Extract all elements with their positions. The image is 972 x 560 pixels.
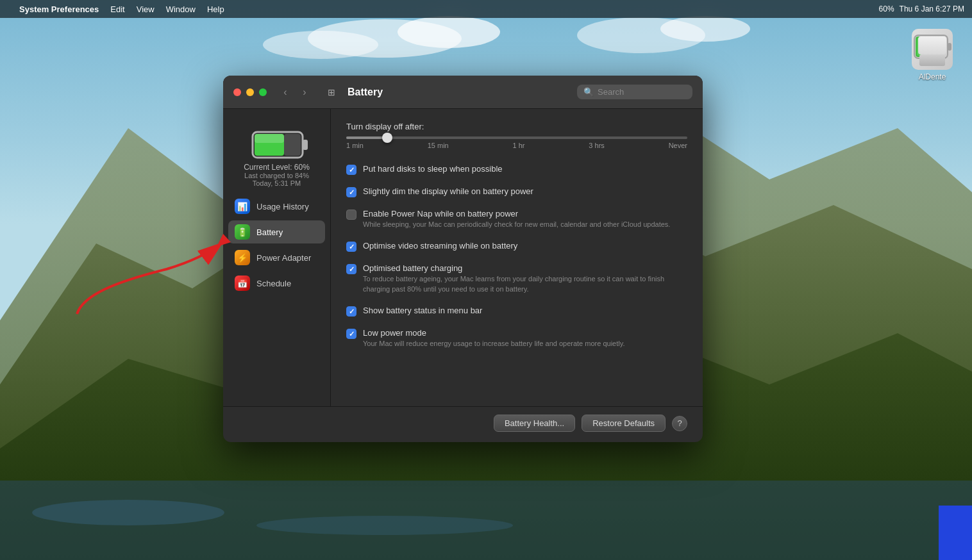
low-power-label: Low power mode — [363, 328, 687, 338]
checkbox-row-dim-display: Slightly dim the display while on batter… — [346, 185, 687, 199]
svg-point-10 — [32, 500, 224, 525]
menubar-left: System Preferences Edit View Window Help — [8, 4, 224, 14]
menu-edit[interactable]: Edit — [110, 4, 124, 14]
forward-button[interactable]: › — [296, 84, 313, 101]
slider-label-1min: 1 min — [346, 142, 364, 149]
svg-point-3 — [263, 31, 378, 59]
checkbox-power-nap[interactable] — [346, 210, 356, 220]
display-timeout-section: Turn display off after: 1 min 15 min 1 h… — [346, 122, 687, 149]
checkbox-hard-disks[interactable] — [346, 165, 356, 175]
svg-point-11 — [256, 516, 513, 535]
checkbox-row-low-power: Low power mode Your Mac will reduce ener… — [346, 326, 687, 350]
menu-view[interactable]: View — [137, 4, 155, 14]
menu-bar-label: Show battery status in menu bar — [363, 306, 687, 315]
checkbox-video-streaming[interactable] — [346, 242, 356, 252]
grid-view-button[interactable]: ⊞ — [323, 84, 340, 101]
checkbox-row-power-nap: Enable Power Nap while on battery power … — [346, 207, 687, 231]
hard-disks-label: Put hard disks to sleep when possible — [363, 164, 687, 174]
battery-health-button[interactable]: Battery Health... — [494, 415, 575, 432]
schedule-label: Schedule — [256, 279, 291, 288]
checkbox-optimised-charging[interactable] — [346, 264, 356, 274]
window-body: Current Level: 60% Last charged to 84% T… — [223, 109, 703, 406]
titlebar: ‹ › ⊞ Battery 🔍 — [223, 76, 703, 109]
power-nap-label: Enable Power Nap while on battery power — [363, 209, 687, 218]
search-icon: 🔍 — [583, 87, 594, 97]
checkbox-row-hard-disks: Put hard disks to sleep when possible — [346, 162, 687, 177]
checkbox-dim-display[interactable] — [346, 187, 356, 197]
low-power-sublabel: Your Mac will reduce energy usage to inc… — [363, 339, 687, 349]
battery-level: Current Level: 60% — [244, 163, 310, 172]
aldente-icon-svg — [912, 29, 953, 70]
nav-arrows: ‹ › — [277, 84, 313, 101]
menubar: System Preferences Edit View Window Help… — [0, 0, 972, 18]
slider-labels: 1 min 15 min 1 hr 3 hrs Never — [346, 142, 687, 149]
menubar-datetime: Thu 6 Jan 6:27 PM — [900, 4, 964, 13]
menubar-battery: 60% — [879, 4, 894, 13]
desktop-icon-aldente[interactable]: AlDente — [912, 29, 953, 81]
optimised-charging-sublabel: To reduce battery ageing, your Mac learn… — [363, 274, 687, 294]
battery-info: Current Level: 60% Last charged to 84% T… — [244, 163, 310, 187]
sidebar-item-power-adapter[interactable]: ⚡ Power Adapter — [228, 246, 325, 269]
desktop: System Preferences Edit View Window Help… — [0, 0, 972, 560]
slider-label-never: Never — [669, 142, 687, 149]
battery-icon-area: Current Level: 60% Last charged to 84% T… — [228, 119, 325, 192]
menu-help[interactable]: Help — [207, 4, 224, 14]
hard-disks-text: Put hard disks to sleep when possible — [363, 164, 687, 174]
checkbox-row-video-streaming: Optimise video streaming while on batter… — [346, 239, 687, 254]
slider-thumb[interactable] — [382, 133, 392, 143]
menu-bar-text: Show battery status in menu bar — [363, 306, 687, 315]
schedule-icon: 📅 — [235, 276, 250, 291]
svg-rect-20 — [284, 134, 301, 156]
system-preferences-window: ‹ › ⊞ Battery 🔍 — [223, 76, 703, 442]
svg-rect-12 — [914, 35, 948, 58]
close-button[interactable] — [233, 88, 241, 96]
search-input[interactable] — [598, 87, 686, 97]
power-adapter-label: Power Adapter — [256, 253, 311, 263]
minimize-button[interactable] — [246, 88, 254, 96]
sidebar-item-usage-history[interactable]: 📊 Usage History — [228, 195, 325, 218]
battery-icon-svg — [251, 129, 309, 160]
window-title: Battery — [348, 86, 569, 98]
battery-charged: Last charged to 84% — [244, 172, 310, 179]
menu-window[interactable]: Window — [166, 4, 196, 14]
slider-track — [346, 136, 687, 139]
dim-display-text: Slightly dim the display while on batter… — [363, 186, 687, 196]
power-nap-sublabel: While sleeping, your Mac can periodicall… — [363, 220, 687, 229]
low-power-text: Low power mode Your Mac will reduce ener… — [363, 328, 687, 349]
back-button[interactable]: ‹ — [277, 84, 294, 101]
blue-corner-element — [939, 506, 972, 560]
video-streaming-label: Optimise video streaming while on batter… — [363, 241, 687, 251]
video-streaming-text: Optimise video streaming while on batter… — [363, 241, 687, 251]
maximize-button[interactable] — [259, 88, 267, 96]
help-button[interactable]: ? — [672, 416, 687, 431]
slider-label-15min: 15 min — [428, 142, 449, 149]
checkbox-low-power[interactable] — [346, 329, 356, 339]
svg-rect-19 — [255, 134, 284, 143]
slider-container[interactable] — [346, 136, 687, 139]
slider-label-1hr: 1 hr — [513, 142, 525, 149]
checkbox-row-menu-bar: Show battery status in menu bar — [346, 304, 687, 318]
search-bar[interactable]: 🔍 — [577, 85, 692, 99]
bottom-bar: Battery Health... Restore Defaults ? — [223, 406, 703, 442]
app-name: System Preferences — [19, 4, 99, 14]
main-content: Turn display off after: 1 min 15 min 1 h… — [331, 109, 703, 406]
optimised-charging-text: Optimised battery charging To reduce bat… — [363, 263, 687, 294]
usage-history-label: Usage History — [256, 202, 309, 211]
aldente-label: AlDente — [919, 72, 946, 81]
slider-label: Turn display off after: — [346, 122, 687, 131]
slider-fill — [346, 136, 387, 139]
svg-point-5 — [660, 16, 750, 42]
sidebar-item-schedule[interactable]: 📅 Schedule — [228, 272, 325, 295]
restore-defaults-button[interactable]: Restore Defaults — [582, 415, 666, 432]
power-adapter-icon: ⚡ — [235, 250, 250, 265]
checkbox-menu-bar[interactable] — [346, 306, 356, 317]
svg-point-2 — [398, 16, 500, 48]
aldente-icon-image — [912, 29, 953, 70]
menubar-right: 60% Thu 6 Jan 6:27 PM — [879, 4, 964, 13]
optimised-charging-label: Optimised battery charging — [363, 263, 687, 273]
power-nap-text: Enable Power Nap while on battery power … — [363, 209, 687, 229]
svg-rect-17 — [303, 140, 308, 150]
svg-rect-15 — [917, 38, 937, 56]
usage-history-icon: 📊 — [235, 199, 250, 214]
sidebar-item-battery[interactable]: 🔋 Battery — [228, 220, 325, 243]
